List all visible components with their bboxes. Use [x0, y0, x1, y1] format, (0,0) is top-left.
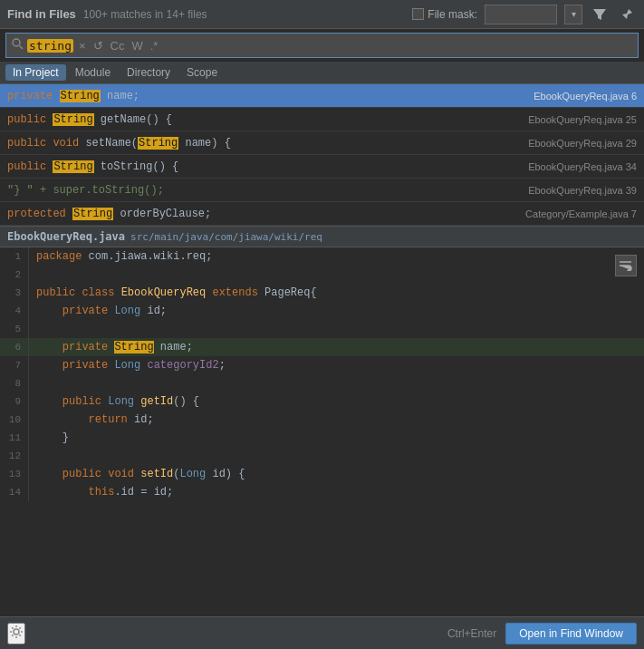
- result-row[interactable]: private String name; EbookQueryReq.java …: [0, 84, 644, 108]
- regex-btn[interactable]: .*: [149, 39, 160, 53]
- search-actions: × ↺ Cc W .*: [77, 39, 159, 53]
- file-mask-input[interactable]: [485, 5, 557, 24]
- shortcut-hint: Ctrl+Enter: [447, 627, 496, 640]
- line-content: public void setId(Long id) {: [36, 465, 245, 483]
- line-number: 11: [0, 429, 29, 447]
- tab-module[interactable]: Module: [68, 64, 118, 81]
- result-file: Category/Example.java 7: [525, 208, 637, 219]
- code-line: 10 return id;: [0, 411, 644, 429]
- line-number: 3: [0, 284, 29, 302]
- find-in-files-window: Find in Files 100+ matches in 14+ files …: [0, 0, 644, 649]
- clear-search-btn[interactable]: ×: [77, 39, 88, 53]
- open-in-find-window-btn[interactable]: Open in Find Window: [505, 623, 637, 644]
- result-row[interactable]: "} " + super.toString(); EbookQueryReq.j…: [0, 179, 644, 202]
- line-content: this.id = id;: [36, 483, 173, 501]
- result-file: EbookQueryReq.java 39: [528, 185, 637, 196]
- line-number: 4: [0, 302, 29, 320]
- tab-scope[interactable]: Scope: [179, 64, 225, 81]
- file-mask-checkbox[interactable]: [412, 8, 424, 20]
- matches-count: 100+ matches in 14+ files: [83, 8, 405, 21]
- code-line: 9 public Long getId() {: [0, 392, 644, 411]
- soft-wrap-btn[interactable]: [615, 255, 637, 276]
- file-mask-label: File mask:: [412, 8, 477, 21]
- line-number: 12: [0, 447, 29, 465]
- code-line: 5: [0, 320, 644, 338]
- filter-icon-btn[interactable]: [590, 5, 610, 24]
- line-number: 5: [0, 320, 29, 338]
- code-line: 2: [0, 266, 644, 284]
- result-row[interactable]: public void setName(String name) { Ebook…: [0, 131, 644, 155]
- result-file: EbookQueryReq.java 29: [528, 138, 637, 149]
- result-code: private String name;: [7, 90, 523, 102]
- code-line: 6 private String name;: [0, 338, 644, 356]
- search-bar: string × ↺ Cc W .*: [5, 33, 639, 58]
- result-file: EbookQueryReq.java 34: [528, 161, 637, 172]
- refresh-search-btn[interactable]: ↺: [91, 39, 105, 53]
- line-number: 6: [0, 338, 29, 356]
- result-code: protected String orderByClause;: [7, 208, 514, 220]
- line-content: private String name;: [36, 338, 193, 356]
- preview-filename: EbookQueryReq.java: [7, 230, 125, 243]
- tab-directory[interactable]: Directory: [120, 64, 178, 81]
- line-content: private Long id;: [36, 302, 167, 320]
- line-content: public class EbookQueryReq extends PageR…: [36, 284, 317, 302]
- line-content: }: [36, 429, 69, 447]
- file-mask-text: File mask:: [428, 8, 477, 21]
- result-row[interactable]: public String getName() { EbookQueryReq.…: [0, 108, 644, 131]
- line-number: 7: [0, 356, 29, 374]
- svg-point-1: [13, 39, 20, 46]
- line-number: 2: [0, 266, 29, 284]
- whole-word-btn[interactable]: W: [130, 39, 144, 53]
- file-mask-dropdown[interactable]: ▾: [564, 5, 582, 24]
- code-line: 4 private Long id;: [0, 302, 644, 320]
- line-number: 10: [0, 411, 29, 429]
- preview-path: src/main/java/com/jiawa/wiki/req: [130, 231, 322, 243]
- tab-in-project[interactable]: In Project: [5, 64, 66, 81]
- result-code: public void setName(String name) {: [7, 137, 517, 150]
- search-magnifier-icon: [12, 38, 24, 53]
- line-number: 9: [0, 392, 29, 411]
- line-number: 13: [0, 465, 29, 483]
- code-line: 12: [0, 447, 644, 465]
- search-term: string: [27, 39, 73, 53]
- svg-line-2: [20, 46, 24, 50]
- code-preview: 1 package com.jiawa.wiki.req; 2 3 public…: [0, 247, 644, 616]
- line-number: 8: [0, 374, 29, 392]
- pin-icon-btn[interactable]: [617, 5, 637, 24]
- result-file: EbookQueryReq.java 25: [528, 114, 637, 125]
- case-sensitive-btn[interactable]: Cc: [109, 39, 127, 53]
- code-line: 7 private Long categoryId2;: [0, 356, 644, 374]
- bottom-right: Ctrl+Enter Open in Find Window: [447, 623, 637, 644]
- code-line: 3 public class EbookQueryReq extends Pag…: [0, 284, 644, 302]
- svg-point-5: [14, 629, 19, 634]
- toolbar-title: Find in Files: [7, 7, 76, 21]
- bottom-bar: Ctrl+Enter Open in Find Window: [0, 616, 644, 649]
- line-content: return id;: [36, 411, 154, 429]
- line-content: package com.jiawa.wiki.req;: [36, 247, 212, 266]
- result-code: "} " + super.toString();: [7, 184, 517, 197]
- line-content: private Long categoryId2;: [36, 356, 226, 374]
- result-file: EbookQueryReq.java 6: [533, 91, 637, 102]
- code-line: 8: [0, 374, 644, 392]
- preview-header: EbookQueryReq.java src/main/java/com/jia…: [0, 226, 644, 247]
- toolbar: Find in Files 100+ matches in 14+ files …: [0, 0, 644, 29]
- line-content: public Long getId() {: [36, 392, 199, 411]
- code-line: 1 package com.jiawa.wiki.req;: [0, 247, 644, 266]
- line-number: 1: [0, 247, 29, 266]
- result-row[interactable]: protected String orderByClause; Category…: [0, 202, 644, 226]
- scope-tabs: In Project Module Directory Scope: [0, 62, 644, 84]
- results-list: private String name; EbookQueryReq.java …: [0, 84, 644, 226]
- result-row[interactable]: public String toString() { EbookQueryReq…: [0, 155, 644, 179]
- search-query-display[interactable]: string: [27, 39, 73, 53]
- code-line: 13 public void setId(Long id) {: [0, 465, 644, 483]
- result-code: public String getName() {: [7, 113, 517, 126]
- line-number: 14: [0, 483, 29, 501]
- settings-btn[interactable]: [7, 623, 25, 644]
- code-line: 14 this.id = id;: [0, 483, 644, 501]
- svg-marker-0: [593, 9, 606, 20]
- result-code: public String toString() {: [7, 160, 517, 173]
- code-line: 11 }: [0, 429, 644, 447]
